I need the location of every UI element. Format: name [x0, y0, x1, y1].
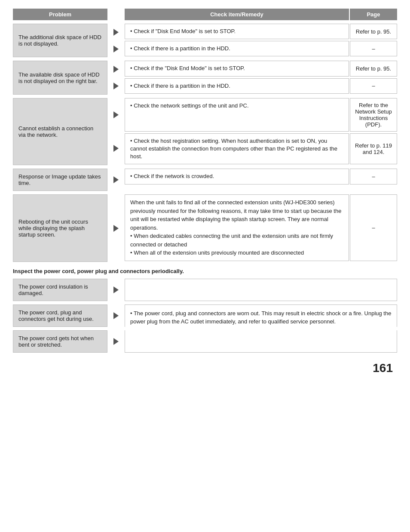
power-problem-3: The power cord gets hot when bent or str…	[13, 330, 107, 353]
power-row-3: The power cord gets hot when bent or str…	[13, 330, 397, 353]
arrow-col-5	[107, 194, 125, 262]
remedy-group-1: • Check if "Disk End Mode" is set to STO…	[125, 24, 397, 57]
remedy-group-5: When the unit fails to find all of the c…	[125, 194, 397, 262]
remedy-wrapper-3a: • Check the network settings of the unit…	[125, 98, 397, 132]
page-cell-3b: Refer to p. 119 and 124.	[350, 133, 397, 165]
power-arrow-icon-2	[113, 312, 119, 319]
problem-cell-5: Rebooting of the unit occurs while displ…	[13, 194, 107, 262]
page-cell-2a: Refer to p. 95.	[350, 61, 397, 76]
header-check: Check item/Remedy	[125, 9, 349, 20]
power-problem-text-1: The power cord insulation is damaged.	[18, 283, 102, 296]
power-empty-3	[125, 330, 397, 353]
page-cell-1b: –	[350, 41, 397, 56]
problem-cell-2: The available disk space of HDD is not d…	[13, 61, 107, 94]
power-arrow-icon-3	[113, 338, 119, 345]
table-row: The additional disk space of HDD is not …	[13, 24, 397, 57]
power-empty-1	[125, 279, 397, 301]
arrow-col-3	[107, 98, 125, 166]
arrow-icon-2a	[113, 66, 119, 73]
page-cell-4a: –	[350, 169, 397, 184]
remedy-cell-3b: • Check the host registration setting. W…	[125, 133, 349, 165]
power-arrow-1	[107, 279, 125, 301]
remedy-cell-2a: • Check if the "Disk End Mode" is set to…	[125, 61, 349, 76]
remedy-wrapper-4a: • Check if the network is crowded. –	[125, 169, 397, 184]
remedy-group-3: • Check the network settings of the unit…	[125, 98, 397, 166]
table-row: Response or Image update takes time. • C…	[13, 169, 397, 191]
problem-text-1: The additional disk space of HDD is not …	[18, 34, 102, 47]
power-arrow-3	[107, 330, 125, 353]
main-table: The additional disk space of HDD is not …	[13, 24, 397, 262]
problem-cell-1: The additional disk space of HDD is not …	[13, 24, 107, 57]
power-arrow-icon-1	[113, 286, 119, 293]
page-cell-2b: –	[350, 78, 397, 94]
arrow-icon-3b	[113, 145, 119, 152]
remedy-wrapper-5a: When the unit fails to find all of the c…	[125, 194, 397, 261]
header-problem: Problem	[13, 9, 107, 20]
arrow-icon-3a	[113, 111, 119, 118]
remedy-wrapper-2a: • Check if the "Disk End Mode" is set to…	[125, 61, 397, 76]
arrow-icon-2b	[113, 83, 119, 89]
page-cell-1a: Refer to p. 95.	[350, 24, 397, 39]
problem-text-3: Cannot establish a connection via the ne…	[18, 125, 102, 138]
power-problem-text-2: The power cord, plug and connectors get …	[18, 309, 102, 322]
arrow-icon-1b	[113, 46, 119, 52]
remedy-wrapper-2b: • Check if there is a partition in the H…	[125, 78, 397, 94]
power-section: The power cord insulation is damaged. Th…	[13, 279, 397, 353]
power-arrow-2	[107, 304, 125, 327]
page-number: 161	[13, 361, 397, 375]
inspect-line: Inspect the power cord, power plug and c…	[13, 268, 397, 274]
remedy-wrapper-3b: • Check the host registration setting. W…	[125, 133, 397, 165]
arrow-col-1	[107, 24, 125, 57]
remedy-group-4: • Check if the network is crowded. –	[125, 169, 397, 191]
table-row: Cannot establish a connection via the ne…	[13, 98, 397, 166]
remedy-cell-1a: • Check if "Disk End Mode" is set to STO…	[125, 24, 349, 39]
arrow-icon-1a	[113, 29, 119, 36]
power-row-2: The power cord, plug and connectors get …	[13, 304, 397, 327]
power-row-1: The power cord insulation is damaged.	[13, 279, 397, 301]
remedy-cell-2b: • Check if there is a partition in the H…	[125, 78, 349, 94]
arrow-icon-4	[113, 176, 119, 183]
table-row: Rebooting of the unit occurs while displ…	[13, 194, 397, 262]
problem-text-4: Response or Image update takes time.	[18, 173, 102, 186]
remedy-cell-3a: • Check the network settings of the unit…	[125, 98, 349, 132]
power-problem-1: The power cord insulation is damaged.	[13, 279, 107, 301]
header-page: Page	[350, 9, 397, 20]
problem-text-5: Rebooting of the unit occurs while displ…	[18, 218, 102, 238]
arrow-icon-5	[113, 225, 119, 232]
arrow-col-4	[107, 169, 125, 191]
remedy-cell-1b: • Check if there is a partition in the H…	[125, 41, 349, 56]
problem-cell-3: Cannot establish a connection via the ne…	[13, 98, 107, 166]
page-cell-3a: Refer to the Network Setup Instructions …	[350, 98, 397, 132]
power-problem-text-3: The power cord gets hot when bent or str…	[18, 335, 102, 348]
remedy-cell-5a: When the unit fails to find all of the c…	[125, 194, 349, 261]
remedy-group-2: • Check if the "Disk End Mode" is set to…	[125, 61, 397, 94]
remedy-wrapper-1b: • Check if there is a partition in the H…	[125, 41, 397, 56]
problem-cell-4: Response or Image update takes time.	[13, 169, 107, 191]
page-cell-5a: –	[350, 194, 397, 261]
power-remedy-2: • The power cord, plug and connectors ar…	[125, 304, 397, 327]
problem-text-2: The available disk space of HDD is not d…	[18, 71, 102, 84]
remedy-wrapper-1a: • Check if "Disk End Mode" is set to STO…	[125, 24, 397, 39]
table-row: The available disk space of HDD is not d…	[13, 61, 397, 94]
arrow-col-2	[107, 61, 125, 94]
power-problem-2: The power cord, plug and connectors get …	[13, 304, 107, 327]
table-header: Problem Check item/Remedy Page	[13, 9, 397, 20]
header-arrow-spacer	[107, 9, 125, 20]
remedy-cell-4a: • Check if the network is crowded.	[125, 169, 349, 184]
